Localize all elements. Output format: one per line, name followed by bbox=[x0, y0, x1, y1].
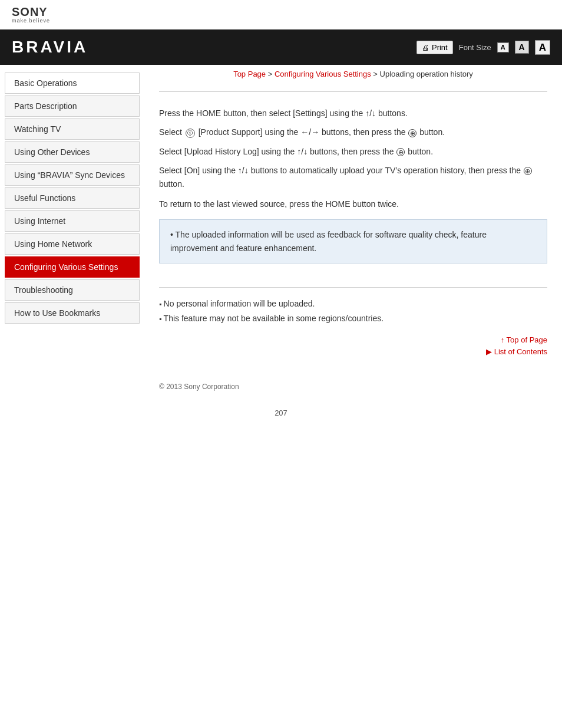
breadcrumb-top-page[interactable]: Top Page bbox=[233, 70, 266, 78]
page-number: 207 bbox=[0, 397, 562, 429]
bottom-notes: No personal information will be uploaded… bbox=[159, 297, 547, 326]
print-button[interactable]: 🖨 Print bbox=[416, 41, 453, 54]
font-size-label: Font Size bbox=[459, 43, 491, 52]
sidebar-item-bravia-sync[interactable]: Using “BRAVIA” Sync Devices bbox=[5, 164, 140, 186]
list-of-contents-link[interactable]: ▶ List of Contents bbox=[159, 347, 547, 356]
sony-logo: SONY bbox=[12, 6, 50, 18]
sidebar-item-using-home-network[interactable]: Using Home Network bbox=[5, 233, 140, 255]
top-of-page-link[interactable]: ↑ Top of Page bbox=[159, 335, 547, 344]
instruction-1: Press the HOME button, then select [Sett… bbox=[159, 107, 547, 120]
breadcrumb-sep1: > bbox=[268, 70, 275, 78]
main-layout: Basic Operations Parts Description Watch… bbox=[0, 65, 562, 371]
right-arrow-icon: ▶ bbox=[486, 347, 492, 356]
sidebar-item-parts-description[interactable]: Parts Description bbox=[5, 95, 140, 117]
sidebar-item-using-internet[interactable]: Using Internet bbox=[5, 210, 140, 232]
instruction-2: Select 🛈 [Product Support] using the ←/→… bbox=[159, 126, 547, 139]
font-small-button[interactable]: A bbox=[497, 42, 509, 52]
note-list: The uploaded information will be used as… bbox=[170, 228, 536, 255]
breadcrumb-current: Uploading operation history bbox=[380, 70, 473, 78]
header-controls: 🖨 Print Font Size A A A bbox=[416, 40, 550, 55]
sidebar-item-useful-functions[interactable]: Useful Functions bbox=[5, 187, 140, 209]
up-arrow-icon: ↑ bbox=[501, 335, 505, 344]
circle-plus-icon-1: ⊕ bbox=[408, 129, 416, 137]
bravia-logo: BRAVIA bbox=[12, 38, 88, 57]
divider-top bbox=[159, 91, 547, 92]
font-medium-button[interactable]: A bbox=[515, 41, 529, 54]
breadcrumb-configuring[interactable]: Configuring Various Settings bbox=[275, 70, 371, 78]
circle-plus-icon-3: ⊕ bbox=[524, 167, 532, 175]
sidebar-item-watching-tv[interactable]: Watching TV bbox=[5, 118, 140, 140]
bottom-note-1: No personal information will be uploaded… bbox=[159, 297, 547, 311]
breadcrumb: Top Page > Configuring Various Settings … bbox=[159, 65, 547, 85]
instruction-4: Select [On] using the ↑/↓ buttons to aut… bbox=[159, 164, 547, 190]
list-of-contents-label: List of Contents bbox=[494, 347, 547, 356]
bottom-notes-list: No personal information will be uploaded… bbox=[159, 297, 547, 326]
footer-links: ↑ Top of Page ▶ List of Contents bbox=[159, 335, 547, 356]
sony-header: SONY make.believe bbox=[0, 0, 562, 29]
bottom-note-2: This feature may not be available in som… bbox=[159, 311, 547, 326]
product-support-icon: 🛈 bbox=[186, 129, 195, 138]
sony-tagline: make.believe bbox=[12, 18, 50, 24]
top-of-page-label: Top of Page bbox=[507, 335, 547, 344]
content-body: Press the HOME button, then select [Sett… bbox=[159, 98, 547, 281]
sidebar-item-basic-operations[interactable]: Basic Operations bbox=[5, 73, 140, 94]
sidebar-item-bookmarks[interactable]: How to Use Bookmarks bbox=[5, 302, 140, 324]
font-large-button[interactable]: A bbox=[535, 40, 550, 55]
note-box: The uploaded information will be used as… bbox=[159, 219, 547, 263]
sidebar-item-troubleshooting[interactable]: Troubleshooting bbox=[5, 279, 140, 301]
sidebar-item-using-other-devices[interactable]: Using Other Devices bbox=[5, 141, 140, 163]
divider-bottom bbox=[159, 287, 547, 288]
content-area: Top Page > Configuring Various Settings … bbox=[144, 65, 562, 371]
page-footer: © 2013 Sony Corporation bbox=[0, 371, 562, 397]
return-note: To return to the last viewed source, pre… bbox=[159, 197, 547, 210]
sidebar: Basic Operations Parts Description Watch… bbox=[0, 65, 144, 371]
circle-plus-icon-2: ⊕ bbox=[396, 148, 405, 156]
print-icon: 🖨 bbox=[422, 43, 429, 52]
sidebar-item-configuring-settings[interactable]: Configuring Various Settings bbox=[5, 256, 140, 278]
breadcrumb-sep2: > bbox=[373, 70, 379, 78]
top-bar: BRAVIA 🖨 Print Font Size A A A bbox=[0, 29, 562, 65]
copyright: © 2013 Sony Corporation bbox=[159, 383, 239, 391]
print-label: Print bbox=[432, 43, 448, 52]
note-item-1: The uploaded information will be used as… bbox=[170, 228, 536, 255]
instruction-3: Select [Upload History Log] using the ↑/… bbox=[159, 145, 547, 158]
